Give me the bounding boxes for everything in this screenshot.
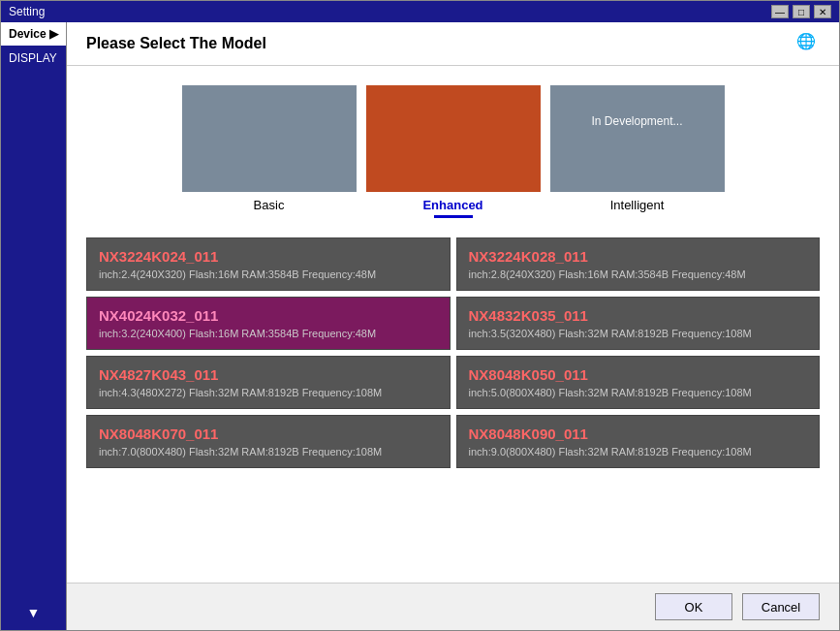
device-item-3[interactable]: NX4024K032_011 inch:3.2(240X400) Flash:1…	[86, 297, 451, 350]
device-item-8[interactable]: NX8048K090_011 inch:9.0(800X480) Flash:3…	[456, 415, 821, 468]
model-type-intelligent-wrapper: In Development... Intelligent	[550, 85, 725, 218]
maximize-button[interactable]: □	[793, 5, 810, 18]
device-name-6: NX8048K050_011	[469, 366, 808, 383]
ok-button[interactable]: OK	[655, 593, 732, 620]
device-name-2: NX3224K028_011	[469, 248, 808, 265]
device-item-5[interactable]: NX4827K043_011 inch:4.3(480X272) Flash:3…	[86, 356, 451, 409]
device-item-4[interactable]: NX4832K035_011 inch:3.5(320X480) Flash:3…	[456, 297, 821, 350]
device-name-5: NX4827K043_011	[99, 366, 438, 383]
close-button[interactable]: ✕	[814, 5, 831, 18]
model-type-basic-wrapper: Basic	[182, 85, 357, 218]
device-spec-1: inch:2.4(240X320) Flash:16M RAM:3584B Fr…	[99, 268, 438, 280]
device-spec-6: inch:5.0(800X480) Flash:32M RAM:8192B Fr…	[469, 387, 808, 398]
minimize-button[interactable]: —	[771, 5, 789, 18]
main-window: Setting — □ ✕ Device ▶ DISPLAY ▼ Pleas	[0, 0, 840, 631]
model-type-intelligent-card[interactable]: In Development...	[550, 85, 725, 192]
cancel-button[interactable]: Cancel	[742, 593, 820, 620]
sidebar-item-display[interactable]: DISPLAY	[1, 46, 66, 71]
sidebar-device-label: Device	[9, 27, 47, 41]
device-spec-4: inch:3.5(320X480) Flash:32M RAM:8192B Fr…	[469, 328, 808, 339]
model-type-enhanced-wrapper: Enhanced	[366, 85, 541, 218]
model-type-enhanced-card[interactable]	[366, 85, 541, 192]
device-item-7[interactable]: NX8048K070_011 inch:7.0(800X480) Flash:3…	[86, 415, 451, 468]
dialog-title: Please Select The Model	[86, 35, 266, 52]
footer: OK Cancel	[67, 583, 839, 630]
model-type-enhanced-label: Enhanced	[422, 198, 482, 212]
window-controls: — □ ✕	[771, 5, 831, 18]
content-area: Please Select The Model 🌐 Basic Enhance	[67, 22, 839, 630]
device-name-8: NX8048K090_011	[469, 426, 808, 442]
device-name-1: NX3224K024_011	[99, 248, 438, 265]
device-item-1[interactable]: NX3224K024_011 inch:2.4(240X320) Flash:1…	[86, 237, 451, 291]
window-title: Setting	[9, 5, 45, 18]
device-grid: NX3224K024_011 inch:2.4(240X320) Flash:1…	[86, 237, 820, 468]
active-underline	[434, 215, 473, 218]
dialog-header: Please Select The Model 🌐	[67, 22, 839, 66]
dialog-icon: 🌐	[796, 32, 820, 55]
device-item-2[interactable]: NX3224K028_011 inch:2.8(240X320) Flash:1…	[456, 237, 821, 291]
title-bar: Setting — □ ✕	[1, 1, 839, 22]
device-item-6[interactable]: NX8048K050_011 inch:5.0(800X480) Flash:3…	[456, 356, 821, 409]
model-type-basic-label: Basic	[254, 198, 285, 212]
device-name-4: NX4832K035_011	[469, 307, 808, 324]
model-type-basic-card[interactable]	[182, 85, 357, 192]
device-spec-3: inch:3.2(240X400) Flash:16M RAM:3584B Fr…	[99, 328, 438, 339]
model-area: Basic Enhanced In Development... Intelli…	[67, 66, 839, 583]
device-spec-8: inch:9.0(800X480) Flash:32M RAM:8192B Fr…	[469, 446, 808, 457]
device-spec-7: inch:7.0(800X480) Flash:32M RAM:8192B Fr…	[99, 446, 438, 457]
sidebar-scroll-down[interactable]: ▼	[27, 605, 41, 620]
model-type-selector: Basic Enhanced In Development... Intelli…	[86, 85, 820, 218]
sidebar-item-device[interactable]: Device ▶	[1, 22, 66, 46]
sidebar-device-arrow: ▶	[49, 27, 58, 41]
model-type-intelligent-label: Intelligent	[610, 198, 665, 212]
main-layout: Device ▶ DISPLAY ▼ Please Select The Mod…	[1, 22, 839, 630]
sidebar: Device ▶ DISPLAY ▼	[1, 22, 67, 630]
device-spec-2: inch:2.8(240X320) Flash:16M RAM:3584B Fr…	[469, 268, 808, 280]
intelligent-inner-text: In Development...	[550, 114, 725, 128]
device-name-3: NX4024K032_011	[99, 307, 438, 324]
device-name-7: NX8048K070_011	[99, 426, 438, 442]
device-spec-5: inch:4.3(480X272) Flash:32M RAM:8192B Fr…	[99, 387, 438, 398]
